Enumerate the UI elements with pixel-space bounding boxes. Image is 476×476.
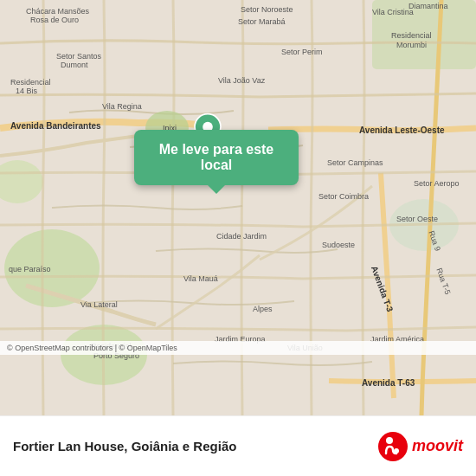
map-label-avenida-t63: Avenida T-63 — [362, 378, 415, 388]
location-title: Fortier Lan House, Goiânia e Região — [13, 439, 377, 453]
map-label: Residencial — [10, 78, 51, 87]
map-label: Vila João Vaz — [218, 76, 265, 85]
map-label: Alpes — [253, 305, 273, 313]
map-label: Morumbi — [396, 41, 427, 49]
copyright-text: © OpenStreetMap contributors | © OpenMap… — [7, 344, 177, 352]
map-label-avlesteoeste: Avenida Leste-Oeste — [359, 125, 445, 135]
map-popup[interactable]: Me leve para este local — [134, 130, 299, 185]
map-label: Setor Aeropo — [414, 179, 460, 188]
map-label: Vila Regina — [102, 102, 142, 111]
bottom-bar: Fortier Lan House, Goiânia e Região moov… — [0, 415, 476, 476]
map-label: Diamantina — [408, 2, 448, 10]
map-label: Residencial — [391, 31, 432, 40]
bottom-bar-text: Fortier Lan House, Goiânia e Região — [13, 439, 377, 453]
map-label: Vila Mauá — [183, 274, 218, 283]
map-label: Via Lateral — [80, 300, 118, 309]
map-label: Rosa de Ouro — [30, 16, 79, 24]
svg-point-11 — [394, 448, 399, 453]
map-label: Vila Cristina — [372, 8, 414, 16]
map-label: Chácara Mansões — [26, 7, 89, 16]
map-label: 14 Bis — [16, 87, 37, 95]
map-label-cidadejardim: Cidade Jardim — [216, 232, 267, 241]
map-label: Setor Perim — [281, 48, 323, 56]
copyright-bar: © OpenStreetMap contributors | © OpenMap… — [0, 341, 476, 355]
map-label: Setor Noroeste — [241, 5, 293, 14]
map-label-avbandeirantes: Avenida Bandeirantes — [10, 121, 101, 131]
map-label: que Paraíso — [9, 265, 51, 273]
map-label: Setor Coimbra — [318, 192, 369, 201]
map-label: Setor Campinas — [327, 158, 383, 167]
moovit-text: moovit — [412, 437, 463, 455]
map-label: Dumont — [61, 61, 88, 69]
map-container[interactable]: Ipixi Chácara Mansões Rosa de Ouro Setor… — [0, 0, 476, 415]
popup-text: Me leve para este local — [159, 142, 274, 172]
svg-point-10 — [386, 437, 393, 444]
map-label: Setor Santos — [56, 52, 101, 61]
moovit-logo: moovit — [377, 431, 463, 462]
svg-point-9 — [378, 432, 408, 461]
map-label: Setor Oeste — [396, 215, 438, 223]
map-label: Sudoeste — [322, 241, 355, 249]
map-label: Setor Marabá — [238, 17, 286, 26]
